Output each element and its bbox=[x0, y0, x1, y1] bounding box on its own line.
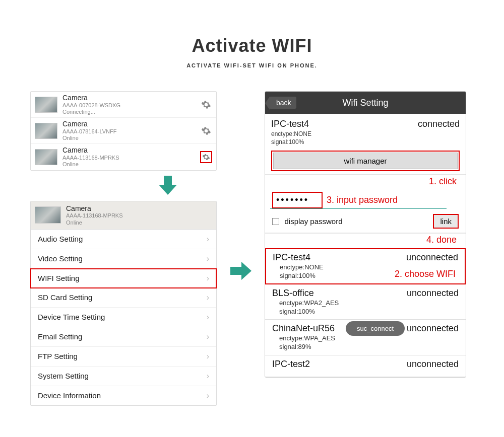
network-row[interactable]: IPC-test2 unconnected bbox=[265, 355, 466, 377]
page-subtitle: ACTIVATE WIFI-SET WIFI ON PHONE. bbox=[0, 62, 504, 68]
camera-id: AAAA-113168-MPRKS bbox=[66, 212, 212, 219]
camera-name: Camera bbox=[62, 146, 200, 155]
network-ssid: IPC-test4 bbox=[273, 252, 310, 263]
gear-icon[interactable] bbox=[200, 99, 212, 111]
setting-row-wifi[interactable]: WIFI Setting› bbox=[30, 268, 217, 288]
camera-status: Online bbox=[62, 135, 200, 141]
camera-name: Camera bbox=[66, 204, 212, 213]
wifi-title: Wifi Setting bbox=[342, 98, 388, 108]
network-status: unconnected bbox=[407, 288, 459, 299]
network-enctype: enctype:WPA2_AES bbox=[279, 299, 459, 307]
chevron-right-icon: › bbox=[207, 235, 209, 244]
setting-row-audio[interactable]: Audio Setting› bbox=[31, 230, 216, 249]
network-ssid: ChinaNet-uR56 bbox=[272, 323, 335, 334]
chevron-right-icon: › bbox=[207, 254, 209, 263]
camera-thumbnail bbox=[35, 149, 57, 165]
camera-list-panel: Camera AAAA-007028-WSDXG Connecting... C… bbox=[30, 91, 217, 171]
camera-thumbnail bbox=[35, 123, 57, 139]
chevron-right-icon: › bbox=[207, 352, 209, 361]
camera-status: Online bbox=[62, 161, 200, 168]
chevron-right-icon: › bbox=[207, 274, 209, 283]
network-row[interactable]: BLS-office unconnected enctype:WPA2_AES … bbox=[265, 284, 466, 320]
wifi-manager-button[interactable]: wifi manager bbox=[271, 151, 460, 171]
wifi-manager-label: wifi manager bbox=[273, 153, 458, 169]
setting-label: Video Setting bbox=[38, 254, 83, 263]
network-status: unconnected bbox=[407, 359, 459, 370]
setting-row-system[interactable]: System Setting› bbox=[31, 367, 216, 386]
signal-label: signal:100% bbox=[271, 138, 460, 145]
settings-panel: Camera AAAA-113168-MPRKS Online Audio Se… bbox=[30, 201, 217, 406]
setting-row-devicetime[interactable]: Device Time Setting› bbox=[31, 308, 216, 327]
setting-label: FTP Setting bbox=[38, 352, 78, 360]
display-password-label: display password bbox=[284, 217, 342, 226]
link-button[interactable]: link bbox=[433, 214, 459, 229]
camera-id: AAAA-007028-WSDXG bbox=[62, 102, 200, 109]
connected-status: connected bbox=[418, 119, 460, 129]
setting-label: SD Card Setting bbox=[38, 293, 92, 302]
display-password-checkbox[interactable] bbox=[272, 218, 279, 225]
chevron-right-icon: › bbox=[207, 293, 209, 302]
camera-status: Connecting... bbox=[62, 109, 200, 115]
camera-row[interactable]: Camera AAAA-007028-WSDXG Connecting... bbox=[31, 92, 216, 118]
camera-row[interactable]: Camera AAAA-113168-MPRKS Online bbox=[31, 144, 216, 170]
network-signal: signal:100% bbox=[279, 308, 459, 316]
setting-row-video[interactable]: Video Setting› bbox=[31, 249, 216, 269]
chevron-right-icon: › bbox=[207, 332, 209, 341]
network-ssid: IPC-test2 bbox=[272, 359, 310, 370]
camera-id: AAAA-113168-MPRKS bbox=[62, 155, 200, 161]
chevron-right-icon: › bbox=[207, 372, 209, 381]
gear-icon[interactable] bbox=[200, 125, 212, 137]
camera-name: Camera bbox=[62, 120, 200, 128]
setting-label: WIFI Setting bbox=[38, 274, 80, 282]
annotation-step1: 1. click bbox=[265, 176, 457, 187]
network-row[interactable]: ChinaNet-uR56 unconnected enctype:WPA_AE… bbox=[265, 320, 466, 355]
right-arrow-icon bbox=[228, 260, 254, 282]
setting-row-ftp[interactable]: FTP Setting› bbox=[31, 347, 216, 367]
camera-name: Camera bbox=[62, 94, 200, 102]
setting-label: System Setting bbox=[38, 372, 89, 380]
network-signal: signal:89% bbox=[279, 343, 459, 351]
enctype-label: enctype:NONE bbox=[271, 130, 460, 137]
connected-ssid: IPC-test4 bbox=[271, 119, 309, 129]
password-input[interactable]: ••••••• bbox=[272, 192, 323, 208]
setting-row-deviceinfo[interactable]: Device Information› bbox=[31, 386, 216, 405]
network-ssid: BLS-office bbox=[272, 288, 314, 299]
back-button[interactable]: back bbox=[269, 97, 296, 109]
wifi-topbar: back Wifi Setting bbox=[265, 92, 466, 114]
network-row[interactable]: IPC-test4 unconnected enctype:NONE signa… bbox=[265, 248, 466, 284]
camera-status: Online bbox=[66, 220, 212, 226]
camera-row[interactable]: Camera AAAA-078164-LVNFF Online bbox=[31, 118, 216, 144]
annotation-step3: 3. input password bbox=[327, 195, 398, 205]
camera-thumbnail bbox=[35, 97, 57, 113]
setting-label: Audio Setting bbox=[38, 235, 83, 243]
page-title: Activate WIFI bbox=[0, 35, 504, 56]
setting-label: Email Setting bbox=[38, 332, 82, 341]
toast-message: suc_connect bbox=[346, 321, 405, 336]
camera-id: AAAA-078164-LVNFF bbox=[62, 128, 200, 135]
down-arrow-icon bbox=[118, 174, 217, 198]
chevron-right-icon: › bbox=[207, 391, 209, 400]
network-status: unconnected bbox=[406, 252, 458, 263]
setting-row-sdcard[interactable]: SD Card Setting› bbox=[31, 288, 216, 308]
camera-thumbnail bbox=[35, 206, 61, 224]
network-status: unconnected bbox=[407, 323, 459, 334]
settings-header: Camera AAAA-113168-MPRKS Online bbox=[31, 201, 216, 230]
annotation-step4: 4. done bbox=[265, 235, 457, 245]
chevron-right-icon: › bbox=[207, 313, 209, 322]
setting-label: Device Information bbox=[38, 391, 101, 400]
setting-label: Device Time Setting bbox=[38, 313, 105, 321]
setting-row-email[interactable]: Email Setting› bbox=[31, 327, 216, 347]
wifi-setting-panel: back Wifi Setting IPC-test4 connected en… bbox=[265, 91, 466, 378]
annotation-step2: 2. choose WIFI bbox=[395, 269, 456, 279]
gear-icon[interactable] bbox=[200, 151, 212, 163]
